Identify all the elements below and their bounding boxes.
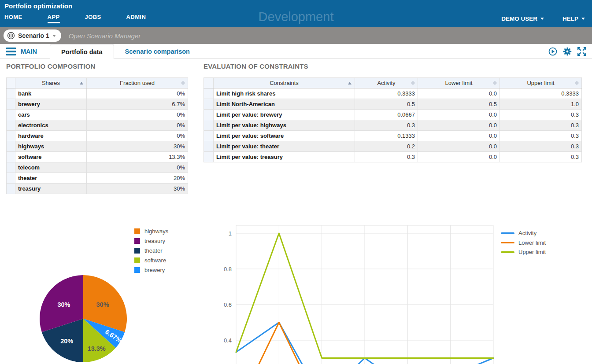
table-row[interactable]: electronics0% [7,120,188,131]
scenario-bar: Scenario 1 Open Scenario Manager [0,27,592,44]
table-row[interactable]: Limit per value: treasury0.30.00.3 [204,152,582,162]
value-cell: 0.0 [418,131,500,141]
table-row[interactable]: Limit per value: highways0.30.00.3 [204,120,582,131]
pie-chart-legend: highwaystreasurytheatersoftwarebrewery [134,226,168,275]
nav-item-app[interactable]: APP [48,14,60,23]
scenario-selector-button[interactable]: Scenario 1 [4,29,61,42]
legend-label: highways [144,228,168,235]
row-selector-cell[interactable] [7,184,15,194]
row-selector-cell[interactable] [204,152,214,162]
header-right-menus: DEMO USER HELP [501,15,585,22]
user-menu-button[interactable]: DEMO USER [501,15,544,22]
value-cell: 0.3 [355,120,418,131]
table-row[interactable]: highways30% [7,141,188,152]
legend-label: brewery [144,267,165,273]
value-cell: 0.0 [418,110,500,120]
row-selector-cell[interactable] [204,131,214,141]
legend-item-activity[interactable]: Activity [501,228,546,238]
legend-item-treasury[interactable]: treasury [134,236,168,246]
legend-swatch [501,242,514,244]
row-selector-cell[interactable] [7,99,15,110]
help-menu-button[interactable]: HELP [562,15,585,22]
value-cell: 0.5 [418,99,500,110]
table-row[interactable]: hardware0% [7,131,188,141]
y-axis-tick-label: 0.8 [224,266,232,272]
y-axis-tick-label: 0.4 [224,337,232,344]
legend-item-upper-limit[interactable]: Upper limit [501,247,546,257]
nav-item-admin[interactable]: ADMIN [126,14,146,23]
row-selector-cell[interactable] [7,120,15,131]
run-icon[interactable] [548,47,557,56]
value-cell: 0.3 [500,131,582,141]
value-cell: 0% [87,88,188,99]
row-selector-cell[interactable] [7,162,15,173]
row-label-cell: Limit per value: treasury [214,152,355,162]
legend-swatch [134,248,140,254]
column-header-constraints[interactable]: Constraints [214,78,355,88]
tab-scenario-comparison[interactable]: Scenario comparison [114,44,201,59]
row-selector-cell[interactable] [204,141,214,152]
row-selector-cell[interactable] [204,120,214,131]
column-header-fraction-used[interactable]: Fraction used [87,78,188,88]
app-title: Portfolio optimization [4,2,72,10]
pie-slice-label: 13.3% [88,345,106,352]
row-selector-cell[interactable] [7,110,15,120]
table-row[interactable]: software13.3% [7,152,188,162]
nav-item-home[interactable]: HOME [4,14,22,23]
legend-swatch [501,232,514,234]
row-label-cell: Limit high risk shares [214,88,355,99]
sort-unsorted-icon [411,81,415,85]
fullscreen-icon[interactable] [577,47,586,56]
tab-portfolio-data[interactable]: Portfolio data [50,44,114,59]
value-cell: 30% [87,184,188,194]
row-selector-cell[interactable] [7,141,15,152]
sort-ascending-icon [80,82,83,85]
table-row[interactable]: brewery6.7% [7,99,188,110]
sort-unsorted-icon [575,81,579,85]
column-header-activity[interactable]: Activity [355,78,418,88]
legend-item-lower-limit[interactable]: Lower limit [501,238,546,248]
value-cell: 0.0 [418,120,500,131]
legend-label: theater [144,247,162,254]
row-label-cell: Limit per value: software [214,131,355,141]
row-selector-cell[interactable] [7,173,15,184]
legend-item-brewery[interactable]: brewery [134,265,168,275]
row-selector-cell[interactable] [204,99,214,110]
column-header-shares[interactable]: Shares [15,78,87,88]
value-cell: 0.3 [500,120,582,131]
table-row[interactable]: treasury30% [7,184,188,194]
table-row[interactable]: Limit per value: theater0.20.00.3 [204,141,582,152]
table-row[interactable]: Limit high risk shares0.33330.00.3333 [204,88,582,99]
value-cell: 0.3 [500,141,582,152]
legend-item-theater[interactable]: theater [134,246,168,255]
table-row[interactable]: Limit North-American0.50.51.0 [204,99,582,110]
table-row[interactable]: Limit per value: brewery0.06670.00.3 [204,110,582,120]
table-row[interactable]: telecom0% [7,162,188,173]
nav-item-jobs[interactable]: JOBS [85,14,101,23]
table-row[interactable]: bank0% [7,88,188,99]
sort-unsorted-icon [181,81,185,85]
table-row[interactable]: Limit per value: software0.13330.00.3 [204,131,582,141]
row-label-cell: highways [15,141,87,152]
main-menu-button[interactable]: MAIN [6,44,50,59]
table-row[interactable]: theater20% [7,173,188,184]
table-row[interactable]: cars0% [7,110,188,120]
row-selector-cell[interactable] [204,110,214,120]
portfolio-optimization-app: Portfolio optimization Development HOME … [0,0,592,364]
row-selector-cell[interactable] [204,88,214,99]
legend-label: treasury [144,238,165,244]
value-cell: 13.3% [87,152,188,162]
legend-item-highways[interactable]: highways [134,226,168,236]
legend-item-software[interactable]: software [134,255,168,265]
row-label-cell: brewery [15,99,87,110]
row-selector-cell[interactable] [7,88,15,99]
row-selector-cell[interactable] [7,131,15,141]
column-header-upper-limit[interactable]: Upper limit [500,78,582,88]
settings-icon[interactable] [563,47,572,56]
portfolio-composition-table: Shares Fraction used bank0%brewery6.7%ca… [6,77,188,194]
row-selector-cell[interactable] [7,152,15,162]
row-label-cell: software [15,152,87,162]
legend-label: Lower limit [518,239,546,246]
open-scenario-manager-link[interactable]: Open Scenario Manager [69,32,141,40]
column-header-lower-limit[interactable]: Lower limit [418,78,500,88]
